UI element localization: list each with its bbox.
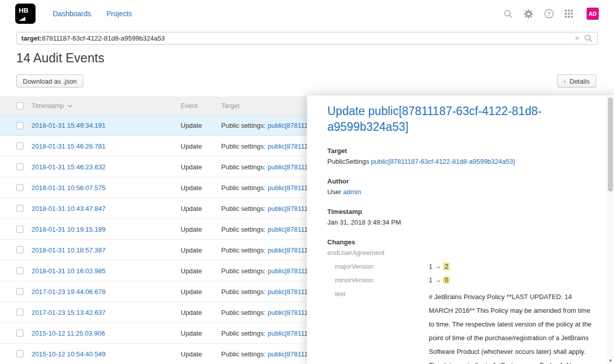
clear-icon[interactable]: × (575, 34, 579, 43)
timestamp-label: Timestamp (327, 208, 594, 215)
target-prefix: Public settings: (221, 267, 265, 275)
main-nav: Dashboards Projects (53, 10, 132, 18)
panel-scrollbar[interactable]: ▾ (606, 95, 614, 364)
timestamp-link[interactable]: 2018-01-31 10:19:15.189 (31, 226, 106, 233)
row-checkbox[interactable] (16, 267, 23, 274)
change-old-value: 1 (429, 263, 432, 270)
timestamp-link[interactable]: 2015-10-12 11:25:03.906 (31, 330, 105, 337)
row-checkbox[interactable] (16, 142, 23, 150)
details-button[interactable]: › Details (557, 75, 596, 88)
target-prefix: Public settings: (221, 122, 265, 129)
event-cell: Update (181, 330, 221, 337)
page-title: 14 Audit Events (16, 51, 105, 65)
target-prefix: Public settings: (221, 288, 265, 296)
gear-icon[interactable] (523, 9, 534, 19)
target-prefix: Public settings: (221, 350, 265, 358)
row-checkbox[interactable] (16, 163, 23, 170)
download-json-button[interactable]: Download as .json (16, 75, 83, 88)
target-prefix: Public settings: (221, 184, 265, 192)
chevron-right-icon: › (564, 78, 566, 85)
target-prefix: Public settings: (221, 330, 265, 337)
change-row-text: text # JetBrains Privacy Policy **LAST U… (335, 290, 594, 364)
download-json-label: Download as .json (23, 78, 77, 85)
event-cell: Update (181, 205, 221, 212)
search-query-value: 87811187-63cf-4122-81d8-a9599b324a53 (42, 34, 164, 42)
row-checkbox[interactable] (16, 122, 23, 129)
scroll-down-icon[interactable]: ▾ (607, 357, 614, 363)
row-checkbox[interactable] (16, 330, 23, 337)
arrow-icon: → (434, 263, 441, 270)
details-panel: Update public[87811187-63cf-4122-81d8-a9… (307, 95, 614, 364)
search-input[interactable]: target:87811187-63cf-4122-81d8-a9599b324… (16, 32, 598, 45)
timestamp-link[interactable]: 2018-01-31 10:56:07.575 (31, 184, 106, 192)
target-label: Target (327, 147, 594, 155)
apps-grid-icon[interactable] (564, 9, 573, 18)
changes-label: Changes (327, 238, 594, 246)
row-checkbox[interactable] (16, 309, 23, 316)
timestamp-section: Timestamp Jan 31, 2018 3:49:34 PM (327, 208, 594, 226)
timestamp-link[interactable]: 2018-01-31 10:18:57.387 (31, 246, 106, 254)
event-cell: Update (181, 309, 221, 316)
timestamp-link[interactable]: 2017-01-23 19:44:06.678 (31, 288, 106, 296)
change-new-value: 2 (443, 263, 450, 270)
author-section: Author User admin (327, 177, 594, 196)
change-value: 1→2 (429, 263, 450, 270)
timestamp-link[interactable]: 2018-01-31 10:43:47.847 (31, 205, 106, 212)
row-checkbox[interactable] (16, 246, 23, 253)
target-prefix: Public settings: (221, 163, 265, 171)
event-cell: Update (181, 122, 221, 129)
change-field-label: majorVersion (335, 263, 429, 270)
nav-projects[interactable]: Projects (107, 10, 132, 18)
details-button-label: Details (569, 78, 590, 85)
topbar-icons: ? AD (503, 8, 599, 20)
timestamp-link[interactable]: 2018-01-31 15:46:28.781 (31, 142, 106, 150)
column-event: Event (181, 102, 221, 110)
event-cell: Update (181, 142, 221, 150)
hub-logo[interactable]: HB (15, 4, 36, 24)
change-row-majorversion: majorVersion 1→2 (335, 263, 594, 270)
change-field-label: minorVersion (335, 276, 429, 284)
target-prefix: Public settings: (221, 205, 265, 212)
row-checkbox[interactable] (16, 205, 23, 212)
target-prefix: Public settings: (221, 226, 265, 233)
avatar[interactable]: AD (587, 8, 599, 20)
scrollbar-thumb[interactable] (608, 97, 613, 192)
timestamp-link[interactable]: 2018-01-31 10:16:02.985 (31, 267, 106, 275)
timestamp-link[interactable]: 2017-01-23 15:13:42.637 (31, 309, 106, 316)
details-title: Update public[87811187-63cf-4122-81d8-a9… (327, 103, 584, 135)
row-checkbox[interactable] (16, 184, 23, 191)
search-query[interactable]: target:87811187-63cf-4122-81d8-a9599b324… (21, 34, 570, 42)
row-checkbox[interactable] (16, 226, 23, 233)
timestamp-value: Jan 31, 2018 3:49:34 PM (327, 219, 594, 226)
event-cell: Update (181, 288, 221, 296)
svg-text:HB: HB (19, 7, 28, 14)
target-prefix: Public settings: (221, 142, 265, 150)
nav-dashboards[interactable]: Dashboards (53, 10, 91, 18)
change-old-value: 1 (429, 276, 432, 284)
timestamp-link[interactable]: 2018-01-31 15:46:23.632 (31, 163, 106, 171)
target-prefix: Public settings: (221, 309, 265, 316)
timestamp-link[interactable]: 2018-01-31 15:49:34.191 (31, 122, 106, 129)
sort-caret-icon (67, 104, 73, 107)
change-row-minorversion: minorVersion 1→0 (335, 276, 594, 284)
search-submit-icon[interactable] (584, 34, 593, 43)
event-cell: Update (181, 163, 221, 171)
author-link[interactable]: admin (343, 188, 361, 196)
event-cell: Update (181, 246, 221, 254)
header-checkbox[interactable] (16, 102, 23, 110)
details-target-link[interactable]: public[87811187-63cf-4122-81d8-a9599b324… (371, 158, 515, 165)
column-timestamp-label: Timestamp (31, 102, 64, 110)
row-checkbox[interactable] (16, 350, 23, 357)
target-prefix: Public settings: (221, 246, 265, 254)
search-query-prefix: target: (21, 34, 42, 42)
target-type: PublicSettings (327, 158, 369, 165)
help-icon[interactable]: ? (544, 9, 554, 19)
author-prefix: User (327, 188, 341, 196)
changes-section: Changes endUserAgreement majorVersion 1→… (327, 238, 594, 364)
search-icon[interactable] (503, 9, 513, 19)
column-timestamp[interactable]: Timestamp (31, 102, 181, 110)
row-checkbox[interactable] (16, 288, 23, 295)
timestamp-link[interactable]: 2015-10-12 10:54:40.549 (31, 350, 106, 358)
arrow-icon: → (434, 276, 441, 284)
author-label: Author (327, 177, 594, 185)
